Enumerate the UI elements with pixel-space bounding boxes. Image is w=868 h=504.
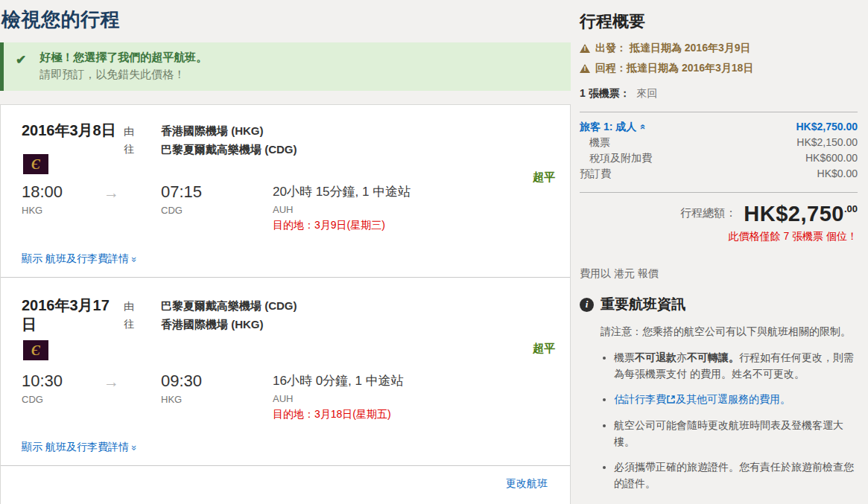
traveler-price: HK$2,750.00 bbox=[796, 121, 858, 133]
flight-duration: 16小時 0分鐘, 1 中途站 bbox=[273, 372, 404, 389]
important-info-heading: i 重要航班資訊 bbox=[580, 295, 858, 314]
arrival-code: CDG bbox=[161, 205, 202, 216]
itinerary-card: 2016年3月8日 由 往 香港國際機場 (HKG) 巴黎夏爾戴高樂機場 (CD… bbox=[0, 104, 571, 504]
arrival-time: 07:15 bbox=[161, 182, 202, 202]
to-airport: 巴黎夏爾戴高樂機場 (CDG) bbox=[161, 140, 297, 159]
departure-block: 18:00 HKG bbox=[22, 182, 63, 216]
ticket-count-label: 1 張機票： bbox=[580, 87, 630, 99]
trip-total-amount: HK$2,750 bbox=[744, 202, 844, 226]
flight-date: 2016年3月8日 bbox=[22, 121, 120, 140]
trip-total-label: 行程總額： bbox=[680, 206, 736, 219]
departure-time: 18:00 bbox=[22, 182, 63, 202]
external-link-icon bbox=[667, 395, 675, 403]
arrival-time: 09:30 bbox=[161, 371, 202, 391]
etihad-airline-logo-icon: Є bbox=[23, 154, 48, 174]
currency-note: 費用以 港元 報價 bbox=[580, 267, 858, 281]
depart-arrival-warning: 出發： 抵達日期為 2016年3月9日 bbox=[580, 42, 858, 55]
arrival-block: 09:30 HKG bbox=[161, 371, 202, 405]
from-to-labels: 由 往 bbox=[124, 297, 134, 333]
fee-value: HK$2,150.00 bbox=[796, 136, 858, 150]
stopover-code: AUH bbox=[273, 393, 404, 404]
warning-triangle-icon bbox=[580, 64, 590, 73]
trip-summary-sidebar: 行程概要 出發： 抵達日期為 2016年3月9日 回程：抵達日期為 2016年3… bbox=[571, 0, 868, 504]
fare-type-badge: 超平 bbox=[533, 170, 555, 185]
from-label: 由 bbox=[124, 122, 134, 140]
arrival-date-note: 目的地：3月9日(星期三) bbox=[273, 219, 411, 232]
success-banner: ✔ 好極！您選擇了我們的超平航班。 請即預訂，以免錯失此價格！ bbox=[0, 42, 571, 91]
duration-block: 16小時 0分鐘, 1 中途站 AUH 目的地：3月18日(星期五) bbox=[273, 372, 404, 421]
arrival-block: 07:15 CDG bbox=[161, 182, 202, 216]
arrow-right-icon: → bbox=[104, 373, 119, 391]
scarcity-note: 此價格僅餘 7 張機票 個位！ bbox=[580, 230, 858, 243]
chevron-down-icon: » bbox=[130, 445, 139, 450]
to-label: 往 bbox=[124, 140, 134, 158]
fee-row-booking: 預訂費 HK$0.00 bbox=[580, 168, 858, 181]
show-flight-details-link[interactable]: 顯示 航班及行李費詳情 » bbox=[22, 441, 137, 454]
change-flight-row: 更改航班 bbox=[1, 466, 570, 504]
return-arrival-warning: 回程：抵達日期為 2016年3月18日 bbox=[580, 62, 858, 75]
to-label: 往 bbox=[124, 315, 134, 333]
restriction-baggage: 估計行李費及其他可選服務的費用。 bbox=[614, 392, 858, 408]
from-airport: 香港國際機場 (HKG) bbox=[161, 121, 297, 140]
info-icon: i bbox=[580, 298, 594, 312]
flight-segment-outbound: 2016年3月8日 由 往 香港國際機場 (HKG) 巴黎夏爾戴高樂機場 (CD… bbox=[1, 105, 570, 278]
flight-duration: 20小時 15分鐘, 1 中途站 bbox=[273, 183, 411, 200]
chevron-down-icon: » bbox=[130, 257, 139, 262]
fare-type-badge: 超平 bbox=[533, 342, 555, 356]
etihad-airline-logo-icon: Є bbox=[23, 340, 48, 360]
restrictions-list: 機票不可退款亦不可轉讓。行程如有任何更改，則需為每張機票支付 的費用。姓名不可更… bbox=[602, 350, 858, 492]
banner-text: 好極！您選擇了我們的超平航班。 請即預訂，以免錯失此價格！ bbox=[39, 51, 207, 82]
from-to-labels: 由 往 bbox=[124, 122, 134, 158]
restriction-documents: 必須攜帶正確的旅遊證件。您有責任於旅遊前檢查您的證件。 bbox=[614, 459, 858, 491]
departure-time: 10:30 bbox=[22, 371, 63, 391]
chevron-up-icon: » bbox=[637, 124, 647, 130]
departure-block: 10:30 CDG bbox=[22, 371, 63, 405]
trip-review-page: 檢視您的行程 ✔ 好極！您選擇了我們的超平航班。 請即預訂，以免錯失此價格！ 2… bbox=[0, 0, 868, 504]
fee-row-ticket: 機票 HK$2,150.00 bbox=[580, 136, 858, 150]
from-airport: 巴黎夏爾戴高樂機場 (CDG) bbox=[161, 296, 297, 315]
arrow-right-icon: → bbox=[104, 184, 119, 202]
traveler-price-row: 旅客 1: 成人 » HK$2,750.00 bbox=[580, 121, 858, 134]
trip-total-line: 行程總額：HK$2,750.00 bbox=[580, 202, 858, 226]
arrival-date-note: 目的地：3月18日(星期五) bbox=[273, 408, 404, 421]
show-flight-details-link[interactable]: 顯示 航班及行李費詳情 » bbox=[22, 252, 137, 266]
change-flight-link[interactable]: 更改航班 bbox=[506, 477, 548, 489]
flight-segment-return: 2016年3月17日 由 往 巴黎夏爾戴高樂機場 (CDG) 香港國際機場 (H… bbox=[1, 278, 570, 466]
ticket-count-line: 1 張機票： 來回 bbox=[580, 87, 858, 101]
divider bbox=[580, 112, 858, 112]
fee-value: HK$0.00 bbox=[817, 168, 858, 181]
banner-line2: 請即預訂，以免錯失此價格！ bbox=[39, 68, 207, 82]
traveler-toggle-link[interactable]: 旅客 1: 成人 » bbox=[580, 121, 644, 134]
summary-heading: 行程概要 bbox=[580, 10, 858, 33]
ticket-type-value: 來回 bbox=[637, 87, 658, 99]
banner-line1: 好極！您選擇了我們的超平航班。 bbox=[39, 51, 207, 65]
trip-total-cents: .00 bbox=[844, 203, 858, 214]
arrival-code: HKG bbox=[161, 394, 202, 405]
airport-names: 香港國際機場 (HKG) 巴黎夏爾戴高樂機場 (CDG) bbox=[161, 121, 297, 159]
to-airport: 香港國際機場 (HKG) bbox=[161, 315, 297, 334]
departure-code: HKG bbox=[22, 205, 63, 216]
restrictions-intro: 請注意：您乘搭的航空公司有以下與航班相關的限制。 bbox=[601, 324, 858, 339]
checkmark-icon: ✔ bbox=[16, 52, 26, 68]
airport-names: 巴黎夏爾戴高樂機場 (CDG) 香港國際機場 (HKG) bbox=[161, 296, 297, 334]
restriction-schedule: 航空公司可能會隨時更改航班時間表及登機客運大樓。 bbox=[614, 418, 858, 450]
departure-code: CDG bbox=[22, 394, 63, 405]
warning-triangle-icon bbox=[580, 44, 590, 53]
stopover-code: AUH bbox=[273, 204, 411, 215]
trip-total-block: 行程總額：HK$2,750.00 此價格僅餘 7 張機票 個位！ bbox=[580, 202, 858, 243]
flights-column: 檢視您的行程 ✔ 好極！您選擇了我們的超平航班。 請即預訂，以免錯失此價格！ 2… bbox=[0, 0, 571, 504]
restriction-refund: 機票不可退款亦不可轉讓。行程如有任何更改，則需為每張機票支付 的費用。姓名不可更… bbox=[614, 350, 858, 382]
flight-date: 2016年3月17日 bbox=[22, 296, 120, 334]
duration-block: 20小時 15分鐘, 1 中途站 AUH 目的地：3月9日(星期三) bbox=[273, 183, 411, 232]
from-label: 由 bbox=[124, 297, 134, 315]
fee-row-taxes: 稅項及附加費 HK$600.00 bbox=[580, 152, 858, 165]
divider bbox=[580, 192, 858, 193]
baggage-fees-link[interactable]: 估計行李費及其他可選服務的費用。 bbox=[614, 393, 791, 405]
page-title: 檢視您的行程 bbox=[1, 7, 571, 33]
fee-value: HK$600.00 bbox=[805, 152, 858, 165]
